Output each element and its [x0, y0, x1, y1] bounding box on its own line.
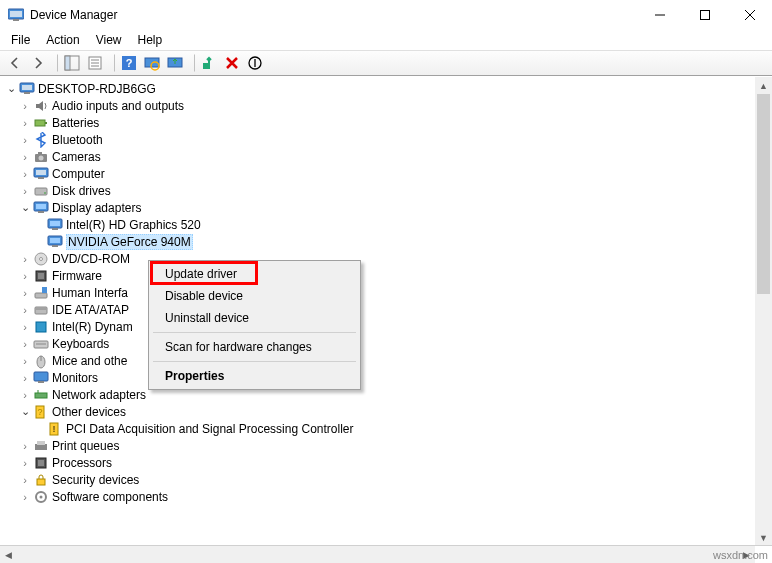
- tree-security[interactable]: ›Security devices: [0, 471, 755, 488]
- svg-rect-45: [38, 273, 44, 279]
- tree-keyboards[interactable]: ›Keyboards: [0, 335, 755, 352]
- menu-disable-device[interactable]: Disable device: [151, 285, 358, 307]
- scroll-up-icon[interactable]: ▲: [755, 77, 772, 94]
- menu-action[interactable]: Action: [39, 31, 86, 49]
- device-tree[interactable]: ⌄DESKTOP-RDJB6GG ›Audio inputs and outpu…: [0, 77, 755, 546]
- scroll-left-icon[interactable]: ◀: [0, 546, 17, 563]
- expand-icon[interactable]: ›: [18, 337, 32, 351]
- expand-icon[interactable]: ›: [18, 456, 32, 470]
- expand-icon[interactable]: ›: [18, 133, 32, 147]
- menu-file[interactable]: File: [4, 31, 37, 49]
- tree-label: Network adapters: [52, 388, 146, 402]
- tree-audio[interactable]: ›Audio inputs and outputs: [0, 97, 755, 114]
- tree-hid[interactable]: ›Human Interfa: [0, 284, 755, 301]
- hid-icon: [32, 285, 50, 301]
- svg-rect-1: [10, 11, 22, 17]
- tree-software[interactable]: ›Software components: [0, 488, 755, 505]
- expand-icon[interactable]: ›: [18, 99, 32, 113]
- tree-batteries[interactable]: ›Batteries: [0, 114, 755, 131]
- tree-display-intel[interactable]: Intel(R) HD Graphics 520: [0, 216, 755, 233]
- svg-rect-67: [37, 479, 45, 485]
- svg-point-69: [40, 495, 43, 498]
- forward-button[interactable]: [27, 52, 49, 74]
- tree-bluetooth[interactable]: ›Bluetooth: [0, 131, 755, 148]
- expand-icon[interactable]: ›: [18, 439, 32, 453]
- scrollbar-thumb[interactable]: [757, 94, 770, 294]
- expand-icon[interactable]: ›: [18, 167, 32, 181]
- tree-monitors[interactable]: ›Monitors: [0, 369, 755, 386]
- expand-icon[interactable]: ›: [18, 184, 32, 198]
- scroll-down-icon[interactable]: ▼: [755, 529, 772, 546]
- close-button[interactable]: [727, 0, 772, 29]
- tree-network[interactable]: ›Network adapters: [0, 386, 755, 403]
- tree-label: Audio inputs and outputs: [52, 99, 184, 113]
- expand-icon[interactable]: ›: [18, 303, 32, 317]
- expand-icon[interactable]: ›: [18, 116, 32, 130]
- svg-rect-38: [52, 228, 58, 230]
- svg-rect-34: [36, 204, 46, 209]
- tree-computer[interactable]: ›Computer: [0, 165, 755, 182]
- vertical-scrollbar[interactable]: ▲ ▼: [755, 77, 772, 546]
- collapse-icon[interactable]: ⌄: [4, 82, 18, 96]
- tree-printq[interactable]: ›Print queues: [0, 437, 755, 454]
- tree-mice[interactable]: ›Mice and othe: [0, 352, 755, 369]
- audio-icon: [32, 98, 50, 114]
- properties-button[interactable]: [84, 52, 106, 74]
- tree-label: NVIDIA GeForce 940M: [66, 234, 193, 250]
- disable-device-button[interactable]: [244, 52, 266, 74]
- tree-pci[interactable]: !PCI Data Acquisition and Signal Process…: [0, 420, 755, 437]
- menu-scan-hardware[interactable]: Scan for hardware changes: [151, 336, 358, 358]
- tree-intel-dynamic[interactable]: ›Intel(R) Dynam: [0, 318, 755, 335]
- expand-icon[interactable]: ›: [18, 252, 32, 266]
- expand-icon[interactable]: ›: [18, 286, 32, 300]
- menu-help[interactable]: Help: [131, 31, 170, 49]
- maximize-button[interactable]: [682, 0, 727, 29]
- watermark: wsxdn.com: [713, 549, 768, 561]
- tree-dvd[interactable]: ›DVD/CD-ROM: [0, 250, 755, 267]
- update-driver-button[interactable]: [164, 52, 186, 74]
- menu-uninstall-device[interactable]: Uninstall device: [151, 307, 358, 329]
- svg-rect-22: [24, 92, 30, 94]
- tree-label: DESKTOP-RDJB6GG: [38, 82, 156, 96]
- enable-device-button[interactable]: [198, 52, 220, 74]
- expand-icon[interactable]: ›: [18, 490, 32, 504]
- menu-view[interactable]: View: [89, 31, 129, 49]
- tree-label: Intel(R) Dynam: [52, 320, 133, 334]
- menu-update-driver[interactable]: Update driver: [151, 263, 358, 285]
- warning-icon: !: [46, 421, 64, 437]
- svg-rect-2: [13, 19, 19, 21]
- expand-icon[interactable]: ›: [18, 320, 32, 334]
- tree-label: DVD/CD-ROM: [52, 252, 130, 266]
- expand-icon[interactable]: ›: [18, 388, 32, 402]
- tree-display-nvidia[interactable]: NVIDIA GeForce 940M: [0, 233, 755, 250]
- collapse-icon[interactable]: ⌄: [18, 201, 32, 215]
- scan-hardware-button[interactable]: [141, 52, 163, 74]
- horizontal-scrollbar[interactable]: ◀ ▶: [0, 546, 755, 563]
- uninstall-device-button[interactable]: [221, 52, 243, 74]
- tree-cameras[interactable]: ›Cameras: [0, 148, 755, 165]
- menu-properties[interactable]: Properties: [151, 365, 358, 387]
- tree-ide[interactable]: ›IDE ATA/ATAP: [0, 301, 755, 318]
- tree-display[interactable]: ⌄Display adapters: [0, 199, 755, 216]
- expand-icon[interactable]: ›: [18, 371, 32, 385]
- show-hide-tree-button[interactable]: [61, 52, 83, 74]
- tree-label: Cameras: [52, 150, 101, 164]
- minimize-button[interactable]: [637, 0, 682, 29]
- tree-label: Display adapters: [52, 201, 141, 215]
- expand-icon[interactable]: ›: [18, 150, 32, 164]
- tree-processors[interactable]: ›Processors: [0, 454, 755, 471]
- tree-other[interactable]: ⌄?Other devices: [0, 403, 755, 420]
- expand-icon[interactable]: ›: [18, 473, 32, 487]
- tree-label: Firmware: [52, 269, 102, 283]
- svg-rect-48: [35, 307, 47, 314]
- expand-icon[interactable]: ›: [18, 354, 32, 368]
- collapse-icon[interactable]: ⌄: [18, 405, 32, 419]
- tree-label: Monitors: [52, 371, 98, 385]
- tree-firmware[interactable]: ›Firmware: [0, 267, 755, 284]
- help-button[interactable]: ?: [118, 52, 140, 74]
- back-button[interactable]: [4, 52, 26, 74]
- svg-rect-57: [35, 393, 47, 398]
- expand-icon[interactable]: ›: [18, 269, 32, 283]
- tree-disk[interactable]: ›Disk drives: [0, 182, 755, 199]
- tree-root[interactable]: ⌄DESKTOP-RDJB6GG: [0, 80, 755, 97]
